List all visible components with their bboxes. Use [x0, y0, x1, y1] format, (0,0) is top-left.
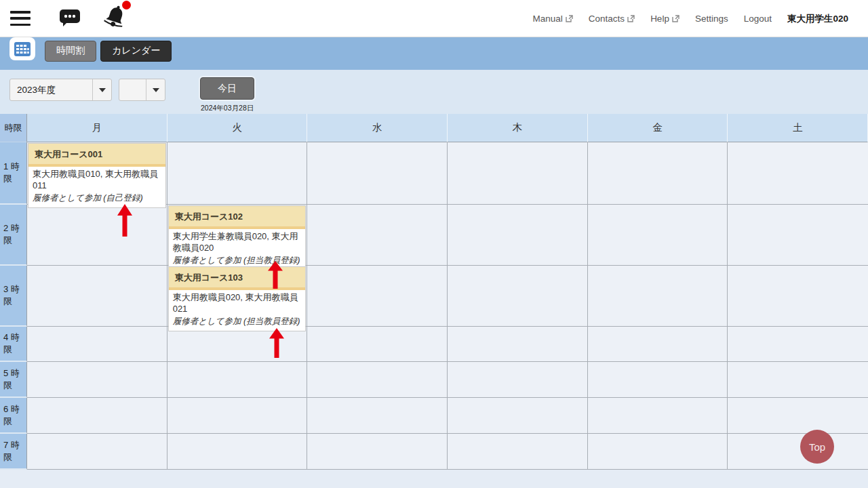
timetable-cell: [728, 142, 868, 205]
notification-bell-icon[interactable]: [102, 5, 128, 32]
course-card-001[interactable]: 東大用コース001 東大用教職員010, 東大用教職員011 履修者として参加 …: [28, 143, 166, 208]
timetable-cell: [27, 327, 167, 362]
top-navigation: Manual Contacts Help Settings Lo: [533, 0, 848, 37]
timetable-cell: 東大用コース102 東大用学生兼教職員020, 東大用教職員020 履修者として…: [167, 205, 308, 266]
tab-calendar[interactable]: カレンダー: [100, 41, 172, 62]
timetable-cell: [588, 205, 728, 266]
course-members: 東大用教職員020, 東大用教職員021: [173, 292, 302, 315]
timetable-cell: 東大用コース103 東大用教職員020, 東大用教職員021 履修者として参加 …: [167, 266, 308, 327]
timetable-cell: 東大用コース001 東大用教職員010, 東大用教職員011 履修者として参加 …: [27, 142, 167, 205]
top-bar: Manual Contacts Help Settings Lo: [0, 0, 868, 37]
username: 東大用学生020: [787, 13, 848, 25]
nav-link-contacts[interactable]: Contacts: [589, 14, 635, 24]
chat-icon[interactable]: [59, 7, 81, 29]
course-role: 履修者として参加 (自己登録): [33, 192, 161, 203]
day-header-mon: 月: [27, 114, 167, 142]
timetable-cell: [588, 266, 728, 327]
timetable-cell: [27, 434, 167, 470]
day-header-fri: 金: [588, 114, 728, 142]
period-label-2: 2 時限: [0, 205, 27, 266]
hamburger-menu-icon[interactable]: [10, 11, 31, 26]
timetable-cell: [307, 398, 448, 434]
timetable-cell: [448, 398, 588, 434]
timetable-cell: [448, 266, 588, 327]
timetable-cell: [27, 362, 167, 398]
period-label-6: 6 時限: [0, 398, 27, 434]
timetable-cell: [307, 205, 448, 266]
period-label-7: 7 時限: [0, 434, 27, 470]
day-header-sat: 土: [728, 114, 868, 142]
tab-bar: 時間割 カレンダー: [0, 37, 868, 70]
calendar-controls: 2023年度 今日 2024年03月28日: [0, 70, 868, 114]
external-link-icon: [566, 15, 573, 22]
day-header-tue: 火: [167, 114, 308, 142]
nav-link-settings[interactable]: Settings: [695, 14, 728, 24]
timetable-cell: [27, 266, 167, 327]
timetable-cell: [728, 205, 868, 266]
timetable-cell: [728, 327, 868, 362]
tab-timetable[interactable]: 時間割: [45, 41, 96, 62]
chevron-down-icon: [153, 88, 159, 92]
timetable-cell: [27, 398, 167, 434]
timetable-grid-icon: [14, 42, 31, 56]
timetable-area: 時限 月 火 水 木 金 土 1 時限 東大用コース001 東大用教職員010,…: [0, 114, 868, 470]
timetable-app-tile[interactable]: [9, 37, 35, 60]
nav-link-help[interactable]: Help: [650, 14, 679, 24]
timetable-cell: [307, 266, 448, 327]
annotation-arrow-up: [269, 328, 284, 358]
timetable-cell: [728, 434, 868, 470]
course-title[interactable]: 東大用コース001: [28, 144, 165, 167]
current-date: 2024年03月28日: [201, 104, 254, 113]
nav-link-logout[interactable]: Logout: [744, 14, 772, 24]
period-column-header: 時限: [0, 114, 27, 142]
timetable-cell: [307, 142, 448, 205]
timetable-cell: [588, 362, 728, 398]
course-title[interactable]: 東大用コース102: [169, 206, 306, 229]
external-link-icon: [672, 15, 679, 22]
day-header-wed: 水: [307, 114, 448, 142]
timetable-cell: [167, 142, 308, 205]
course-title[interactable]: 東大用コース103: [169, 267, 306, 290]
timetable-cell: [167, 398, 308, 434]
timetable-cell: [728, 266, 868, 327]
course-card-103[interactable]: 東大用コース103 東大用教職員020, 東大用教職員021 履修者として参加 …: [168, 266, 307, 331]
nav-link-manual[interactable]: Manual: [533, 14, 573, 24]
timetable-cell: [448, 434, 588, 470]
timetable-cell: [448, 327, 588, 362]
timetable-cell: [167, 434, 308, 470]
annotation-arrow-up: [268, 261, 283, 289]
timetable-cell: [588, 142, 728, 205]
course-card-102[interactable]: 東大用コース102 東大用学生兼教職員020, 東大用教職員020 履修者として…: [168, 205, 307, 270]
timetable-cell: [728, 362, 868, 398]
timetable-cell: [588, 434, 728, 470]
timetable-cell: [448, 142, 588, 205]
period-label-1: 1 時限: [0, 142, 27, 205]
day-header-thu: 木: [448, 114, 588, 142]
timetable-cell: [588, 327, 728, 362]
term-select[interactable]: [119, 79, 165, 101]
weekly-timetable: 時限 月 火 水 木 金 土 1 時限 東大用コース001 東大用教職員010,…: [0, 114, 868, 470]
timetable-cell: [588, 398, 728, 434]
external-link-icon: [627, 15, 635, 22]
today-button[interactable]: 今日: [200, 77, 254, 100]
course-members: 東大用教職員010, 東大用教職員011: [33, 169, 161, 192]
timetable-cell: [728, 398, 868, 434]
timetable-cell: [448, 362, 588, 398]
course-role: 履修者として参加 (担当教員登録): [173, 316, 302, 327]
notification-badge: [122, 1, 131, 9]
course-members: 東大用学生兼教職員020, 東大用教職員020: [173, 231, 302, 254]
annotation-arrow-up: [117, 204, 132, 237]
period-label-3: 3 時限: [0, 266, 27, 327]
scroll-to-top-button[interactable]: Top: [800, 430, 834, 464]
period-label-4: 4 時限: [0, 327, 27, 362]
year-select[interactable]: 2023年度: [9, 79, 112, 101]
timetable-cell: [167, 362, 308, 398]
timetable-cell: [307, 434, 448, 470]
period-label-5: 5 時限: [0, 362, 27, 398]
chevron-down-icon: [99, 88, 106, 92]
timetable-cell: [307, 362, 448, 398]
timetable-cell: [167, 327, 308, 362]
timetable-cell: [27, 205, 167, 266]
timetable-cell: [448, 205, 588, 266]
timetable-cell: [307, 327, 448, 362]
